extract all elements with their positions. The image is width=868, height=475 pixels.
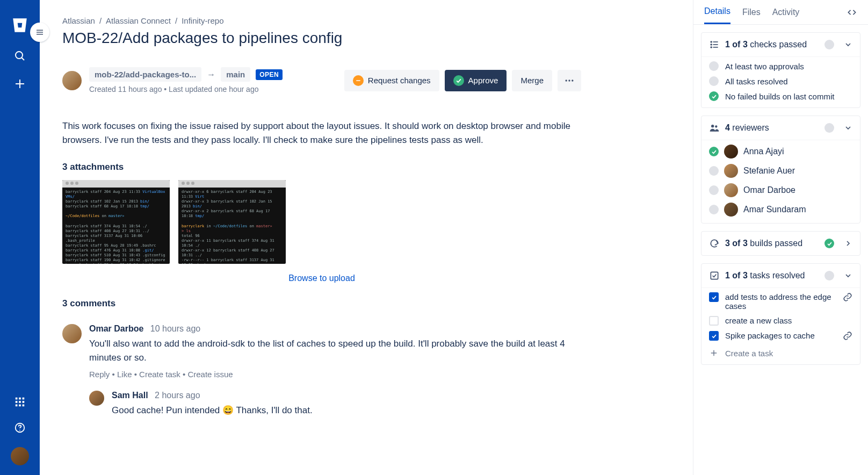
- status-dot-icon: [824, 271, 834, 280]
- link-icon[interactable]: [843, 292, 852, 302]
- comment-age: 2 hours ago: [155, 391, 200, 400]
- request-changes-button[interactable]: Request changes: [344, 70, 439, 91]
- reviewers-label: reviewers: [732, 123, 769, 132]
- task-icon: [709, 270, 720, 281]
- task-label: Spike packages to cache: [725, 331, 836, 340]
- people-icon: [709, 123, 720, 133]
- attachments-heading: 3 attachments: [62, 162, 581, 172]
- pending-icon: [709, 185, 719, 195]
- reviewers-panel-header[interactable]: 4 reviewers: [701, 116, 860, 140]
- svg-rect-5: [19, 398, 21, 400]
- task-row: Spike packages to cache: [709, 331, 852, 341]
- reviewer-row: Anna Ajayi: [709, 145, 852, 159]
- create-task-button[interactable]: Create a task: [709, 346, 852, 358]
- task-checkbox[interactable]: [709, 331, 719, 341]
- task-label: create a new class: [725, 316, 852, 325]
- author-avatar[interactable]: [62, 71, 82, 90]
- approve-label: Approve: [468, 76, 498, 85]
- task-label: add tests to address the edge cases: [725, 292, 836, 311]
- builds-panel: 3 of 3 builds passed: [701, 231, 860, 256]
- reviewer-avatar[interactable]: [724, 164, 738, 178]
- pr-description: This work focuses on fixing the issue ra…: [62, 119, 581, 147]
- create-task-label: Create a task: [725, 349, 773, 358]
- svg-rect-8: [19, 401, 21, 403]
- tasks-panel-header[interactable]: 1 of 3 tasks resolved: [701, 264, 860, 287]
- reviewer-name[interactable]: Stefanie Auer: [743, 166, 795, 176]
- task-checkbox[interactable]: [709, 292, 719, 302]
- reviewer-avatar[interactable]: [724, 203, 738, 217]
- create-icon[interactable]: [13, 77, 26, 90]
- svg-rect-10: [16, 405, 18, 407]
- more-actions-button[interactable]: [558, 70, 581, 91]
- chevron-down-icon: [844, 271, 852, 280]
- reviewer-name[interactable]: Amar Sundaram: [743, 205, 806, 214]
- reviewer-name[interactable]: Anna Ajayi: [743, 147, 784, 156]
- tasks-count: 1 of 3: [725, 271, 748, 280]
- svg-rect-6: [23, 398, 25, 400]
- checks-count: 1 of 3: [725, 40, 748, 49]
- tab-activity[interactable]: Activity: [772, 8, 800, 24]
- task-checkbox[interactable]: [709, 316, 719, 326]
- source-branch[interactable]: mob-22/add-packages-to...: [89, 67, 201, 82]
- check-label: All tasks resolved: [725, 77, 788, 86]
- checklist-icon: [709, 39, 720, 50]
- create-issue-action[interactable]: Create issue: [187, 370, 233, 379]
- comment-author[interactable]: Omar Darboe: [89, 324, 143, 333]
- comment-reply: Sam Hall 2 hours ago Good cache! Pun int…: [89, 391, 581, 418]
- chevron-down-icon: [844, 124, 852, 132]
- checks-label: checks passed: [750, 40, 807, 49]
- tab-files[interactable]: Files: [742, 8, 761, 24]
- reviewer-name[interactable]: Omar Darboe: [743, 185, 795, 195]
- comment-text: Good cache! Pun intended 😄 Thanks, I'll …: [112, 404, 581, 418]
- reviewer-row: Stefanie Auer: [709, 164, 852, 178]
- svg-rect-30: [711, 272, 718, 279]
- chevron-right-icon: [844, 239, 852, 248]
- expand-sidebar-icon[interactable]: [847, 7, 857, 24]
- page-title: MOB-22/Add packages to pipelines config: [62, 30, 581, 47]
- task-row: create a new class: [709, 316, 852, 326]
- task-row: add tests to address the edge cases: [709, 292, 852, 311]
- sidebar-toggle-button[interactable]: [30, 23, 49, 42]
- search-icon[interactable]: [13, 49, 26, 62]
- link-icon[interactable]: [843, 331, 852, 341]
- merge-button[interactable]: Merge: [512, 70, 552, 91]
- arrow-right-icon: →: [207, 70, 215, 80]
- reviewer-avatar[interactable]: [724, 183, 738, 197]
- breadcrumb-link[interactable]: Atlassian: [62, 16, 95, 25]
- current-user-avatar[interactable]: [11, 447, 29, 465]
- target-branch[interactable]: main: [221, 67, 250, 82]
- plus-icon: [709, 348, 719, 358]
- check-label: At least two approvals: [725, 62, 804, 71]
- bitbucket-logo-icon[interactable]: [11, 16, 29, 34]
- svg-point-0: [16, 52, 23, 59]
- like-action[interactable]: Like: [117, 370, 132, 379]
- check-success-icon: [709, 91, 719, 101]
- comment-author[interactable]: Sam Hall: [112, 391, 148, 400]
- comment-avatar[interactable]: [89, 391, 104, 406]
- request-changes-label: Request changes: [368, 76, 431, 85]
- create-task-action[interactable]: Create task: [139, 370, 180, 379]
- approve-button[interactable]: Approve: [445, 70, 507, 91]
- app-switcher-icon[interactable]: [13, 395, 26, 408]
- browse-upload-link[interactable]: Browse to upload: [288, 274, 355, 283]
- reply-action[interactable]: Reply: [89, 370, 110, 379]
- breadcrumb-link[interactable]: Infinity-repo: [182, 16, 223, 25]
- attachment-thumbnail[interactable]: barryclark staff 204 Aug 23 11:33 Virtua…: [62, 180, 170, 264]
- status-dot-icon: [824, 123, 834, 133]
- help-icon[interactable]: [13, 421, 26, 434]
- pending-icon: [709, 166, 719, 176]
- tab-details[interactable]: Details: [704, 6, 730, 24]
- pending-icon: [709, 205, 719, 214]
- reviewer-row: Amar Sundaram: [709, 203, 852, 217]
- svg-rect-11: [19, 405, 21, 407]
- builds-panel-header[interactable]: 3 of 3 builds passed: [701, 232, 860, 255]
- checks-panel-header[interactable]: 1 of 3 checks passed: [701, 33, 860, 56]
- reviewer-avatar[interactable]: [724, 145, 738, 159]
- breadcrumb-link[interactable]: Atlassian Connect: [106, 16, 171, 25]
- status-dot-icon: [824, 40, 834, 49]
- comment-avatar[interactable]: [62, 324, 82, 343]
- reviewers-count: 4: [725, 123, 730, 132]
- attachment-thumbnail[interactable]: drwxr-xr-x 6 barryclark staff 204 Aug 23…: [178, 180, 286, 264]
- svg-rect-9: [23, 401, 25, 403]
- checks-panel: 1 of 3 checks passed At least two approv…: [701, 32, 860, 108]
